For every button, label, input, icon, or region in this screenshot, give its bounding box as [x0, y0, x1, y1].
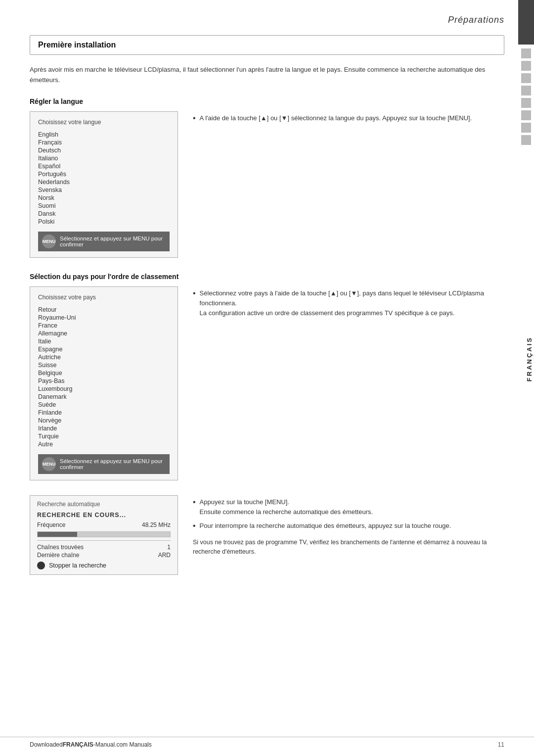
country-item: France	[38, 322, 170, 330]
country-item: Pays-Bas	[38, 377, 170, 385]
search-screen-col: Recherche automatique RECHERCHE EN COURS…	[30, 495, 178, 575]
search-stop-row: Stopper la recherche	[37, 562, 171, 569]
language-section: Choisissez votre langue English Français…	[30, 111, 504, 258]
country-item: Retour	[38, 306, 170, 314]
search-in-progress-label: RECHERCHE EN COURS...	[37, 512, 171, 519]
country-item: Autriche	[38, 353, 170, 361]
search-bullet-list: Appuyez sur la touche [MENU].Ensuite com…	[193, 497, 504, 531]
search-progress-fill	[38, 532, 77, 537]
intro-text: Après avoir mis en marche le téléviseur …	[30, 65, 504, 86]
lang-item: English	[38, 131, 170, 139]
language-screen-title: Choisissez votre langue	[38, 119, 170, 126]
search-divider	[37, 540, 171, 541]
page-footer: DownloadedFRANÇAIS-Manual.com Manuals 11	[0, 737, 534, 748]
lang-item: Dansk	[38, 210, 170, 218]
country-item: Turquie	[38, 432, 170, 440]
language-bullet-col: A l'aide de la touche [▲] ou [▼] sélecti…	[193, 111, 504, 127]
lang-item: Français	[38, 139, 170, 146]
lang-item: Polski	[38, 218, 170, 226]
search-bullet-item-1: Appuyez sur la touche [MENU].Ensuite com…	[193, 497, 504, 517]
page-header: Préparations	[30, 15, 504, 25]
country-item: Royaume-Uni	[38, 314, 170, 322]
language-bullet-list: A l'aide de la touche [▲] ou [▼] sélecti…	[193, 113, 504, 123]
search-frequency-row: Fréquence 48.25 MHz	[37, 521, 171, 528]
country-screen-title: Choisissez votre pays	[38, 294, 170, 301]
country-item: Allemagne	[38, 330, 170, 337]
country-item: Autre	[38, 440, 170, 448]
menu-btn-icon: MENU	[42, 235, 56, 248]
country-bullet-item: Sélectionnez votre pays à l'aide de la t…	[193, 288, 504, 318]
footer-download-link[interactable]: DownloadedFRANÇAIS-Manual.com Manuals	[30, 741, 152, 748]
search-chains-row: Chaînes trouvées 1	[37, 544, 171, 551]
francais-label: FRANÇAIS	[526, 336, 533, 381]
section-box: Première installation	[30, 35, 504, 55]
search-last-chain-row: Dernière chaîne ARD	[37, 552, 171, 559]
lang-item: Deutsch	[38, 146, 170, 154]
country-bullet-col: Sélectionnez votre pays à l'aide de la t…	[193, 286, 504, 322]
country-screen-footer: MENU Sélectionnez et appuyez sur MENU po…	[38, 454, 170, 474]
search-progress-bar	[37, 531, 171, 537]
stop-btn-icon	[37, 562, 45, 569]
country-section: Choisissez votre pays Retour Royaume-Uni…	[30, 286, 504, 480]
country-item: Finlande	[38, 409, 170, 417]
language-screen-footer: MENU Sélectionnez et appuyez sur MENU po…	[38, 232, 170, 251]
lang-item: Nederlands	[38, 178, 170, 186]
footer-page-number: 11	[498, 741, 504, 748]
language-screen: Choisissez votre langue English Français…	[30, 111, 178, 258]
section-title: Première installation	[38, 41, 116, 49]
language-heading: Régler la langue	[30, 97, 504, 105]
lang-item: Español	[38, 162, 170, 170]
search-bullet-item-2: Pour interrompre la recherche automatiqu…	[193, 521, 504, 531]
language-bullet-item: A l'aide de la touche [▲] ou [▼] sélecti…	[193, 113, 504, 123]
country-screen-col: Choisissez votre pays Retour Royaume-Uni…	[30, 286, 178, 480]
search-notice: Si vous ne trouvez pas de programme TV, …	[193, 538, 504, 557]
country-item: Suisse	[38, 361, 170, 369]
lang-item: Norsk	[38, 194, 170, 202]
menu-btn-icon-country: MENU	[42, 457, 56, 471]
page-title: Préparations	[448, 15, 504, 25]
country-screen: Choisissez votre pays Retour Royaume-Uni…	[30, 286, 178, 480]
language-screen-col: Choisissez votre langue English Français…	[30, 111, 178, 258]
country-item: Luxembourg	[38, 385, 170, 393]
country-item: Norvège	[38, 417, 170, 425]
search-screen-title: Recherche automatique	[37, 501, 171, 508]
country-bullet-list: Sélectionnez votre pays à l'aide de la t…	[193, 288, 504, 318]
country-item: Danemark	[38, 393, 170, 401]
lang-item: Suomi	[38, 202, 170, 210]
lang-item: Svenska	[38, 186, 170, 194]
lang-item: Português	[38, 170, 170, 178]
search-section: Recherche automatique RECHERCHE EN COURS…	[30, 495, 504, 575]
search-bullets-col: Appuyez sur la touche [MENU].Ensuite com…	[193, 495, 504, 565]
country-item: Suède	[38, 401, 170, 409]
country-item: Italie	[38, 337, 170, 345]
search-screen: Recherche automatique RECHERCHE EN COURS…	[30, 495, 178, 575]
lang-item: Italiano	[38, 154, 170, 162]
country-heading: Sélection du pays pour l'ordre de classe…	[30, 273, 504, 281]
country-item: Belgique	[38, 369, 170, 377]
country-item: Espagne	[38, 345, 170, 353]
country-item: Irlande	[38, 425, 170, 432]
footer-link[interactable]: DownloadedFRANÇAIS-Manual.com Manuals	[30, 741, 152, 748]
